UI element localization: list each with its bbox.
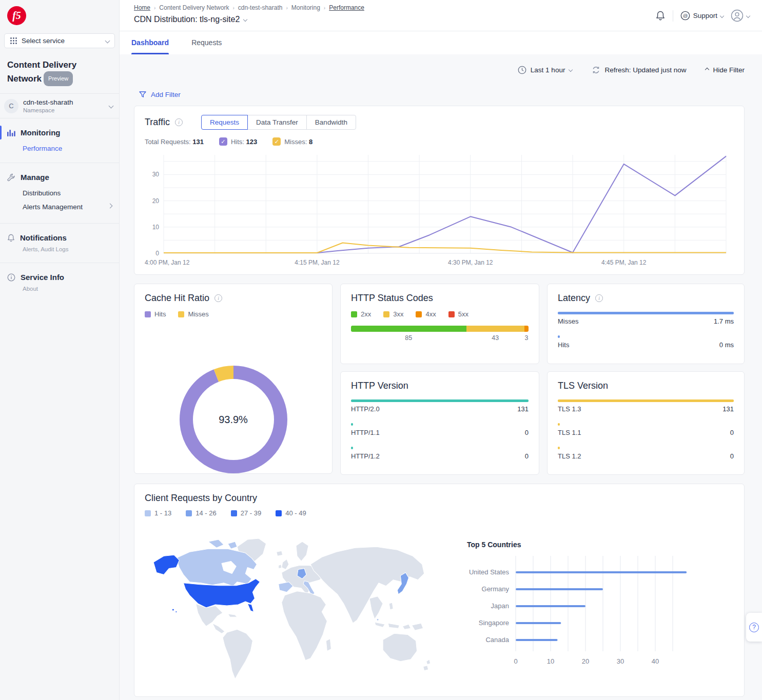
meter-row: HTTP/1.10 xyxy=(351,423,529,436)
svg-text:Japan: Japan xyxy=(491,602,509,610)
support-label: Support xyxy=(693,12,717,19)
latency-bars: Misses1.7 ms Hits0 ms xyxy=(558,312,734,349)
svg-text:40: 40 xyxy=(652,657,659,665)
breadcrumb-monitoring[interactable]: Monitoring xyxy=(291,4,320,11)
sidebar-item-alerts-management[interactable]: Alerts Management xyxy=(0,199,83,213)
sidebar-item-manage[interactable]: Manage xyxy=(0,169,119,185)
support-menu[interactable]: @ Support xyxy=(680,11,724,21)
clock-icon xyxy=(518,66,526,74)
meter-row: HTTP/2.0131 xyxy=(351,399,529,413)
grid-icon xyxy=(10,37,17,45)
namespace-selector[interactable]: C cdn-test-sharath Namespace xyxy=(0,94,119,118)
hits-checkbox[interactable]: ✓ xyxy=(219,137,227,146)
select-service-dropdown[interactable]: Select service xyxy=(4,33,115,48)
sidebar-item-distributions[interactable]: Distributions xyxy=(0,185,119,199)
hide-filter-label: Hide Filter xyxy=(713,66,745,74)
tls-version-bars: TLS 1.3131 TLS 1.10 TLS 1.20 xyxy=(558,399,734,460)
chevron-down-icon xyxy=(109,104,114,109)
status-segment-3xx: 43 xyxy=(466,326,525,332)
info-icon: i xyxy=(214,294,222,302)
svg-text:10: 10 xyxy=(152,224,160,231)
meter-row: TLS 1.20 xyxy=(558,447,734,460)
total-requests-stat: Total Requests: 131 xyxy=(145,138,204,146)
map-legend: 1 - 1314 - 2627 - 3940 - 49 xyxy=(145,509,734,517)
svg-text:4:45 PM, Jan 12: 4:45 PM, Jan 12 xyxy=(601,259,647,266)
legend-item: 2xx xyxy=(351,310,371,318)
refresh-label: Refresh: Updated just now xyxy=(604,66,686,74)
meter-row: HTTP/1.20 xyxy=(351,447,529,460)
traffic-view-switcher: Requests Data Transfer Bandwidth xyxy=(201,115,356,130)
time-filter-row: Last 1 hour Refresh: Updated just now Hi… xyxy=(134,63,745,77)
top-header: Home› Content Delivery Network› cdn-test… xyxy=(120,0,762,31)
latency-card: Latencyi Misses1.7 ms Hits0 ms xyxy=(547,284,745,364)
top5-countries-title: Top 5 Countries xyxy=(467,541,734,549)
sidebar-item-monitoring[interactable]: Monitoring xyxy=(0,125,119,141)
meter-row: Hits0 ms xyxy=(558,335,734,349)
refresh-icon xyxy=(592,66,600,74)
notifications-bell-icon[interactable] xyxy=(655,10,666,21)
status-stacked-bar: 85433 xyxy=(351,326,529,332)
svg-text:4:30 PM, Jan 12: 4:30 PM, Jan 12 xyxy=(448,259,493,266)
chevron-right-icon xyxy=(108,204,113,209)
svg-text:Singapore: Singapore xyxy=(479,619,509,627)
svg-text:4:15 PM, Jan 12: 4:15 PM, Jan 12 xyxy=(295,259,340,266)
traffic-card: Traffici Requests Data Transfer Bandwidt… xyxy=(134,106,745,275)
funnel-icon xyxy=(139,90,147,98)
time-range-label: Last 1 hour xyxy=(531,66,565,74)
cache-donut-chart: 93.9% xyxy=(174,361,292,478)
tab-requests[interactable]: Requests xyxy=(191,31,222,54)
legend-item: Hits xyxy=(145,310,166,318)
sidebar-item-notifications[interactable]: Notifications xyxy=(0,230,119,246)
chevron-up-icon xyxy=(705,68,709,72)
tab-dashboard[interactable]: Dashboard xyxy=(131,31,169,54)
account-menu[interactable] xyxy=(731,9,750,22)
traffic-tab-requests[interactable]: Requests xyxy=(201,115,248,130)
time-range-dropdown[interactable]: Last 1 hour xyxy=(518,66,573,74)
sidebar-item-performance[interactable]: Performance xyxy=(0,141,119,154)
svg-text:Canada: Canada xyxy=(485,636,509,644)
sidebar-item-service-info[interactable]: Service Info xyxy=(0,269,119,285)
tls-version-card: TLS Version TLS 1.3131 TLS 1.10 TLS 1.20 xyxy=(547,371,745,475)
status-segment-4xx: 3 xyxy=(524,326,529,332)
breadcrumb: Home› Content Delivery Network› cdn-test… xyxy=(134,4,364,11)
help-icon: ? xyxy=(749,623,759,632)
breadcrumb-namespace[interactable]: cdn-test-sharath xyxy=(238,4,283,11)
chevron-down-icon xyxy=(569,68,573,72)
add-filter-label: Add Filter xyxy=(151,91,181,98)
traffic-tab-data-transfer[interactable]: Data Transfer xyxy=(247,115,307,130)
traffic-tab-bandwidth[interactable]: Bandwidth xyxy=(306,115,356,130)
http-version-card: HTTP Version HTTP/2.0131 HTTP/1.10 HTTP/… xyxy=(340,371,539,475)
help-button[interactable]: ? xyxy=(746,613,762,642)
info-icon: i xyxy=(175,118,183,126)
notifications-caption: Alerts, Audit Logs xyxy=(0,246,119,252)
info-icon xyxy=(7,273,15,282)
page-title-dropdown[interactable]: CDN Distribution: tls-ng-site2 xyxy=(134,15,364,24)
misses-checkbox[interactable]: ✓ xyxy=(272,137,281,146)
svg-text:30: 30 xyxy=(152,171,160,178)
breadcrumb-cdn[interactable]: Content Delivery Network xyxy=(159,4,229,11)
meter-row: TLS 1.10 xyxy=(558,423,734,436)
preview-badge: Preview xyxy=(44,71,73,86)
sidebar: f5 Select service Content Delivery Netwo… xyxy=(0,0,120,700)
cache-legend: HitsMisses xyxy=(145,310,322,318)
hide-filter-button[interactable]: Hide Filter xyxy=(706,66,745,74)
user-avatar-icon xyxy=(731,9,744,22)
map-legend-item: 1 - 13 xyxy=(145,509,171,517)
breadcrumb-performance[interactable]: Performance xyxy=(329,4,364,11)
hits-stat: ✓ Hits: 123 xyxy=(219,137,257,146)
bar-chart-icon xyxy=(7,129,15,136)
http-status-codes-card: HTTP Status Codes 2xx3xx4xx5xx 85433 xyxy=(340,284,539,364)
meter-row: TLS 1.3131 xyxy=(558,399,734,413)
http-version-bars: HTTP/2.0131 HTTP/1.10 HTTP/1.20 xyxy=(351,399,529,460)
service-info-caption: About xyxy=(0,285,119,292)
svg-text:10: 10 xyxy=(547,657,554,665)
breadcrumb-home[interactable]: Home xyxy=(134,4,150,11)
tls-version-card-title: TLS Version xyxy=(558,381,734,391)
client-requests-by-country-card: Client Requests by Country 1 - 1314 - 26… xyxy=(134,484,745,697)
refresh-button[interactable]: Refresh: Updated just now xyxy=(592,66,686,74)
namespace-name: cdn-test-sharath xyxy=(23,98,73,106)
svg-text:0: 0 xyxy=(155,250,159,257)
add-filter-button[interactable]: Add Filter xyxy=(134,90,745,98)
chevron-down-icon xyxy=(105,38,110,44)
map-legend-item: 14 - 26 xyxy=(186,509,216,517)
